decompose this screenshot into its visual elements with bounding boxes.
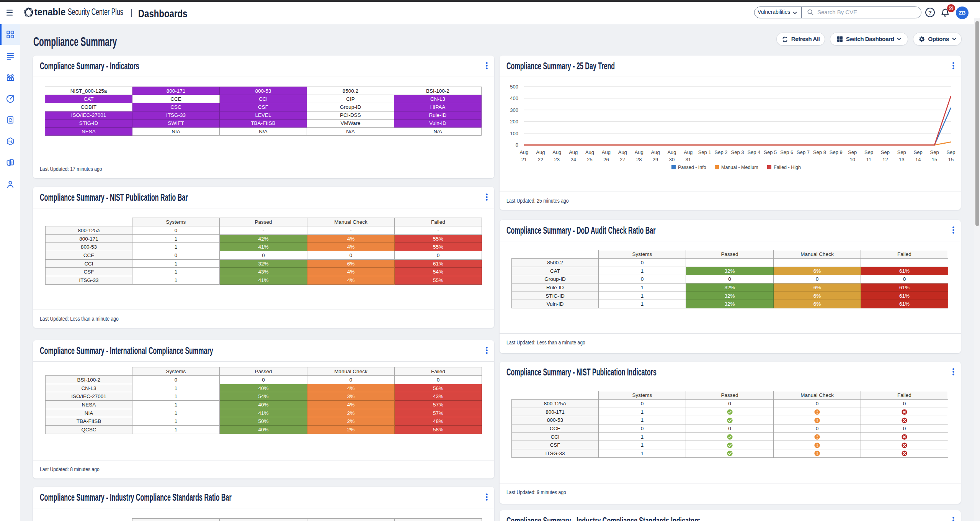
svg-text:Sep 8: Sep 8 — [813, 149, 826, 155]
svg-text:Sep: Sep — [881, 149, 890, 155]
svg-text:Passed - Info: Passed - Info — [678, 165, 706, 170]
svg-text:26: 26 — [603, 157, 609, 162]
svg-text:10: 10 — [849, 157, 855, 162]
svg-text:Sep: Sep — [864, 149, 873, 155]
svg-text:22: 22 — [538, 157, 543, 162]
svg-text:Aug: Aug — [618, 149, 627, 155]
svg-text:24: 24 — [570, 157, 576, 162]
svg-text:Aug: Aug — [585, 149, 594, 155]
svg-text:Sep 7: Sep 7 — [797, 149, 810, 155]
svg-text:Sep 5: Sep 5 — [764, 149, 777, 155]
svg-text:Sep 6: Sep 6 — [780, 149, 793, 155]
svg-text:27: 27 — [620, 157, 625, 162]
svg-text:13: 13 — [899, 157, 904, 162]
svg-text:Aug: Aug — [552, 149, 561, 155]
svg-text:Sep 2: Sep 2 — [715, 149, 728, 155]
svg-text:Aug: Aug — [569, 149, 578, 155]
svg-text:21: 21 — [521, 157, 527, 162]
svg-text:400: 400 — [510, 95, 518, 101]
svg-text:Sep: Sep — [848, 149, 857, 155]
svg-text:100: 100 — [510, 131, 518, 136]
svg-text:15: 15 — [948, 157, 954, 162]
svg-text:31: 31 — [686, 157, 691, 162]
svg-text:500: 500 — [510, 84, 518, 90]
svg-text:Aug: Aug — [651, 149, 660, 155]
svg-text:12: 12 — [882, 157, 888, 162]
svg-text:0: 0 — [516, 142, 518, 148]
svg-text:300: 300 — [510, 107, 518, 113]
svg-text:200: 200 — [510, 119, 518, 125]
svg-text:29: 29 — [653, 157, 658, 162]
svg-text:23: 23 — [554, 157, 560, 162]
svg-text:Sep: Sep — [930, 149, 939, 155]
svg-text:Sep: Sep — [897, 149, 906, 155]
svg-text:Sep 1: Sep 1 — [698, 149, 711, 155]
svg-text:Sep: Sep — [914, 149, 923, 155]
svg-text:Sep: Sep — [946, 149, 955, 155]
svg-text:Aug: Aug — [536, 149, 545, 155]
svg-text:Failed - High: Failed - High — [774, 165, 801, 170]
svg-text:Sep 9: Sep 9 — [830, 149, 843, 155]
svg-text:Sep 3: Sep 3 — [731, 149, 744, 155]
svg-text:Aug: Aug — [684, 149, 693, 155]
svg-text:Aug: Aug — [602, 149, 611, 155]
svg-text:15: 15 — [932, 157, 937, 162]
svg-text:Aug: Aug — [635, 149, 644, 155]
svg-text:30: 30 — [669, 157, 675, 162]
svg-text:25: 25 — [587, 157, 592, 162]
svg-text:Manual - Medium: Manual - Medium — [721, 165, 758, 170]
svg-text:?: ? — [928, 10, 932, 16]
svg-text:Aug: Aug — [667, 149, 676, 155]
svg-text:28: 28 — [636, 157, 642, 162]
svg-text:14: 14 — [915, 157, 921, 162]
svg-text:Aug: Aug — [519, 149, 528, 155]
svg-text:11: 11 — [866, 157, 872, 162]
svg-text:Sep 4: Sep 4 — [747, 149, 760, 155]
